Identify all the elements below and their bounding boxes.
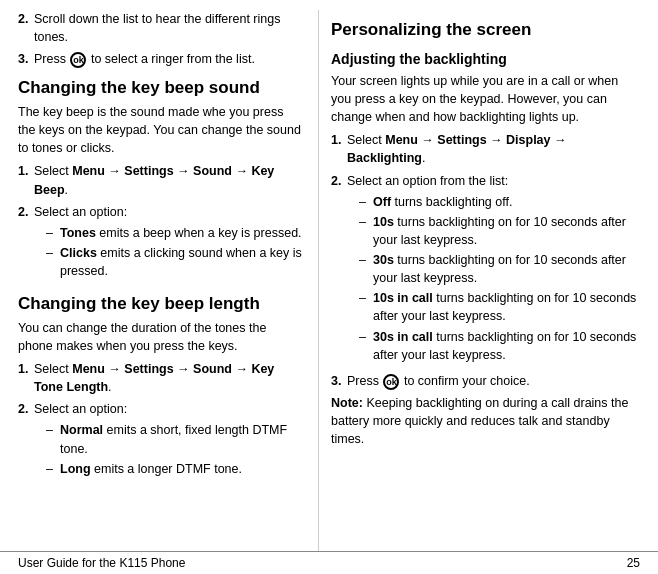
page: 2. Scroll down the list to hear the diff… [0, 0, 658, 574]
bullet2-text: emits a clicking sound when a key is pre… [60, 246, 302, 278]
long-label: Long [60, 462, 91, 476]
content-area: 2. Scroll down the list to hear the diff… [0, 0, 658, 551]
bullet-text: 10s in call turns backlighting on for 10… [373, 289, 640, 325]
10s-in-call-label: 10s in call [373, 291, 433, 305]
dash: – [359, 328, 373, 364]
dash: – [46, 460, 60, 478]
normal-label: Normal [60, 423, 103, 437]
bullet-list: – Normal emits a short, fixed length DTM… [46, 421, 304, 477]
bullet-text: Normal emits a short, fixed length DTMF … [60, 421, 304, 457]
dash: – [46, 224, 60, 242]
list-item: 1. Select Menu → Settings → Display → Ba… [331, 131, 640, 167]
press-label: Press [34, 52, 69, 66]
item-number: 3. [18, 50, 34, 68]
list-item: 3. Press ok to confirm your choice. [331, 372, 640, 390]
item3-post: to select a ringer from the list. [87, 52, 254, 66]
bullet-item: – Normal emits a short, fixed length DTM… [46, 421, 304, 457]
list-item: 1. Select Menu → Settings → Sound → Key … [18, 360, 304, 396]
step1-post: . [422, 151, 425, 165]
clicks-label: Clicks [60, 246, 97, 260]
select-label: Select [34, 164, 72, 178]
dash: – [46, 244, 60, 280]
opt1-text: turns backlighting off. [391, 195, 512, 209]
right-column: Personalizing the screen Adjusting the b… [318, 10, 658, 551]
item-number: 1. [18, 162, 34, 198]
item-number: 2. [18, 10, 34, 46]
sub-heading-backlighting: Adjusting the backlighting [331, 49, 640, 69]
left-column: 2. Scroll down the list to hear the diff… [0, 10, 318, 551]
list-item: 2. Select an option: – Tones emits a bee… [18, 203, 304, 285]
dash: – [359, 289, 373, 325]
item-number: 2. [18, 203, 34, 285]
off-label: Off [373, 195, 391, 209]
bullet-item: – 30s in call turns backlighting on for … [359, 328, 640, 364]
bullet-item: – 30s turns backlighting on for 10 secon… [359, 251, 640, 287]
item-text: Select Menu → Settings → Sound → Key Bee… [34, 162, 304, 198]
bullet-item: – Off turns backlighting off. [359, 193, 640, 211]
10s-label: 10s [373, 215, 394, 229]
opt3-text: turns backlighting on for 10 seconds aft… [373, 253, 626, 285]
bullet-item: – 10s in call turns backlighting on for … [359, 289, 640, 325]
list-item: 1. Select Menu → Settings → Sound → Key … [18, 162, 304, 198]
bullet-text: 30s turns backlighting on for 10 seconds… [373, 251, 640, 287]
dash: – [359, 213, 373, 249]
ok-button-icon: ok [383, 374, 399, 390]
step3-pre: Press [347, 374, 382, 388]
dash: – [46, 421, 60, 457]
footer-left: User Guide for the K115 Phone [18, 556, 185, 570]
step3-post: . [108, 380, 111, 394]
list-item: 2. Select an option from the list: – Off… [331, 172, 640, 368]
note-text: Note: Keeping backlighting on during a c… [331, 394, 640, 448]
footer: User Guide for the K115 Phone 25 [0, 551, 658, 574]
item-text: Press ok to select a ringer from the lis… [34, 50, 304, 68]
item-text: Select an option: – Normal emits a short… [34, 400, 304, 482]
bullet-list: – Off turns backlighting off. – 10s turn… [359, 193, 640, 364]
bullet-text: Off turns backlighting off. [373, 193, 640, 211]
step2-text: Select an option: [34, 205, 127, 219]
item-text: Select Menu → Settings → Display → Backl… [347, 131, 640, 167]
section-heading-personalizing: Personalizing the screen [331, 18, 640, 43]
bullet-item: – Tones emits a beep when a key is press… [46, 224, 304, 242]
list-item: 2. Select an option: – Normal emits a sh… [18, 400, 304, 482]
bullet-list: – Tones emits a beep when a key is press… [46, 224, 304, 280]
bullet-item: – 10s turns backlighting on for 10 secon… [359, 213, 640, 249]
bullet-text: Clicks emits a clicking sound when a key… [60, 244, 304, 280]
step4-text: Select an option: [34, 402, 127, 416]
section-heading-beep-sound: Changing the key beep sound [18, 76, 304, 101]
item-text: Scroll down the list to hear the differe… [34, 10, 304, 46]
item-number: 2. [331, 172, 347, 368]
item-number: 1. [331, 131, 347, 167]
bullet-text: 30s in call turns backlighting on for 10… [373, 328, 640, 364]
bullet-text: 10s turns backlighting on for 10 seconds… [373, 213, 640, 249]
tones-label: Tones [60, 226, 96, 240]
item-number: 2. [18, 400, 34, 482]
bullet-text: Tones emits a beep when a key is pressed… [60, 224, 304, 242]
section-body: Your screen lights up while you are in a… [331, 72, 640, 126]
section-body: The key beep is the sound made whe you p… [18, 103, 304, 157]
dash: – [359, 251, 373, 287]
bullet-item: – Clicks emits a clicking sound when a k… [46, 244, 304, 280]
item-number: 1. [18, 360, 34, 396]
opt2-text: turns backlighting on for 10 seconds aft… [373, 215, 626, 247]
list-item: 3. Press ok to select a ringer from the … [18, 50, 304, 68]
item-text: Select Menu → Settings → Sound → Key Ton… [34, 360, 304, 396]
item-text: Select an option from the list: – Off tu… [347, 172, 640, 368]
ok-button-icon: ok [70, 52, 86, 68]
step1-pre: Select [347, 133, 385, 147]
section-body: You can change the duration of the tones… [18, 319, 304, 355]
step3-post: to confirm your choice. [400, 374, 529, 388]
dash: – [359, 193, 373, 211]
section-heading-beep-length: Changing the key beep length [18, 292, 304, 317]
30s-in-call-label: 30s in call [373, 330, 433, 344]
item-text: Press ok to confirm your choice. [347, 372, 640, 390]
note-body: Keeping backlighting on during a call dr… [331, 396, 628, 446]
footer-right: 25 [627, 556, 640, 570]
bullet4-text: emits a longer DTMF tone. [91, 462, 242, 476]
step2-text: Select an option from the list: [347, 174, 508, 188]
bullet1-text: emits a beep when a key is pressed. [96, 226, 302, 240]
30s-label: 30s [373, 253, 394, 267]
bullet-item: – Long emits a longer DTMF tone. [46, 460, 304, 478]
item-number: 3. [331, 372, 347, 390]
item-text: Select an option: – Tones emits a beep w… [34, 203, 304, 285]
list-item: 2. Scroll down the list to hear the diff… [18, 10, 304, 46]
